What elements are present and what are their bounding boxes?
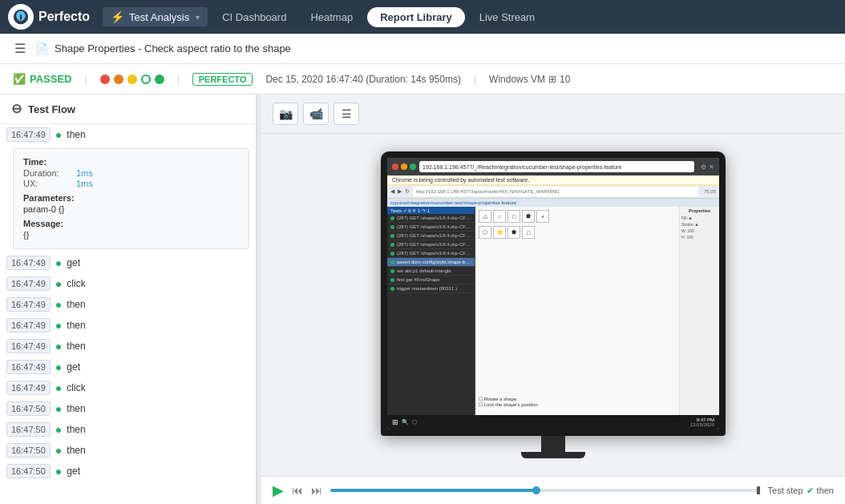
pass-dot bbox=[390, 252, 394, 256]
sidebar-log-row: (287) GET /shape/v3.8.4.drp-CFG-share-..… bbox=[387, 249, 475, 258]
list-item[interactable]: 16:47:49 ● then bbox=[0, 315, 256, 336]
camera-icon: 📷 bbox=[279, 107, 293, 120]
list-item[interactable]: 16:47:50 ● get bbox=[0, 461, 256, 482]
duration-val: 1ms bbox=[76, 168, 93, 178]
collapse-button[interactable]: ⊖ bbox=[11, 103, 22, 115]
report-library-button[interactable]: Report Library bbox=[367, 7, 465, 27]
step-label-0: then bbox=[67, 127, 85, 140]
step-label-1: get bbox=[67, 256, 80, 268]
dot-green bbox=[155, 75, 164, 84]
automation-banner: Chrome is being controlled by automated … bbox=[387, 175, 719, 185]
sidebar-log-row: (287) GET /shape/v3.8.4.drp-CFG-share-..… bbox=[387, 232, 475, 240]
ux-row: UX: 1ms bbox=[23, 179, 239, 188]
browser-settings-icon: ⚙ bbox=[701, 163, 706, 171]
bottom-step-text: Test step bbox=[768, 486, 803, 495]
shape-tool: ○ bbox=[493, 210, 506, 223]
maximize-window-dot bbox=[410, 163, 416, 170]
sidebar-log-row: set attr.p1 default-triangle bbox=[387, 267, 475, 276]
refresh-button: ↻ bbox=[405, 188, 410, 195]
test-analysis-tab[interactable]: ⚡ Test Analysis ▾ bbox=[103, 7, 208, 26]
top-navigation: Perfecto ⚡ Test Analysis ▾ CI Dashboard … bbox=[0, 0, 845, 34]
monitor-stand-neck bbox=[541, 436, 565, 452]
heatmap-link[interactable]: Heatmap bbox=[301, 8, 362, 26]
divider-3: | bbox=[474, 74, 476, 85]
dot-indicators bbox=[100, 75, 164, 84]
browser-toolbar: ◀ ▶ ↻ http://192.168.1.189:4577/layout/r… bbox=[387, 185, 719, 199]
ux-key: UX: bbox=[23, 179, 71, 188]
step-label-6: get bbox=[67, 360, 80, 373]
inner-address-bar: http://192.168.1.189:4577/layout/router/… bbox=[413, 187, 698, 196]
list-item[interactable]: 16:47:49 ● click bbox=[0, 377, 256, 398]
monitor-stand-base bbox=[521, 452, 585, 458]
step-check-icon-0: ● bbox=[55, 128, 62, 141]
step-label-2: click bbox=[67, 276, 85, 289]
browser-window-controls bbox=[392, 163, 416, 170]
skip-forward-button[interactable]: ⏭ bbox=[311, 484, 322, 497]
sidebar-log-row-active: assert dom-config/style.shape-base-c-0 d… bbox=[387, 258, 475, 267]
step-time-7: 16:47:49 bbox=[6, 381, 51, 395]
list-item[interactable]: 16:47:49 ● get bbox=[0, 357, 256, 377]
step-label-3: then bbox=[67, 297, 85, 310]
list-item[interactable]: 16:47:49 ● then bbox=[0, 336, 256, 357]
step-time-4: 16:47:49 bbox=[6, 318, 51, 333]
list-item[interactable]: 16:47:49 ● get bbox=[0, 252, 256, 273]
perfecto-badge: PERFECTO bbox=[192, 73, 253, 86]
divider-2: | bbox=[177, 74, 180, 85]
step-time-1: 16:47:49 bbox=[6, 256, 51, 270]
search-bar: 🔍 bbox=[402, 419, 409, 425]
breadcrumb-bar: ☰ 📄 Shape Properties - Check aspect rati… bbox=[0, 34, 845, 64]
param-value: param-0 {} bbox=[23, 204, 64, 214]
browser-close-icon: ✕ bbox=[709, 163, 714, 171]
shape-tool: □ bbox=[522, 226, 535, 239]
list-item[interactable]: 16:47:50 ● then bbox=[0, 419, 256, 440]
platform-info: Windows VM ⊞ 10 bbox=[489, 74, 570, 85]
step-check-icon-8: ● bbox=[55, 402, 62, 415]
shape-options: ☐ Rotate a shape ☐ Lock the shape's posi… bbox=[479, 396, 538, 407]
step-check-icon-3: ● bbox=[55, 298, 62, 311]
list-view-button[interactable]: ☰ bbox=[334, 103, 359, 125]
hamburger-icon[interactable]: ☰ bbox=[11, 38, 29, 59]
dot-red bbox=[100, 75, 110, 84]
params-section-label: Parameters: bbox=[23, 193, 239, 203]
step-time-9: 16:47:50 bbox=[6, 422, 51, 437]
zoom-level: 75.05 bbox=[704, 189, 716, 194]
progress-fill bbox=[330, 489, 536, 492]
skip-back-button[interactable]: ⏮ bbox=[292, 484, 303, 497]
ci-dashboard-link[interactable]: CI Dashboard bbox=[212, 8, 296, 26]
dot-orange bbox=[114, 75, 123, 84]
step-time-11: 16:47:50 bbox=[6, 464, 51, 478]
pass-dot-active bbox=[390, 260, 394, 264]
shape-tool: ⬟ bbox=[507, 226, 520, 239]
ux-val: 1ms bbox=[76, 179, 93, 188]
video-view-button[interactable]: 📹 bbox=[303, 103, 329, 125]
pass-dot bbox=[390, 243, 394, 247]
task-view-icon: ⬡ bbox=[412, 419, 417, 425]
back-button: ◀ bbox=[390, 188, 394, 195]
play-button[interactable]: ▶ bbox=[273, 482, 284, 499]
breadcrumb-text: Shape Properties - Check aspect ratio to… bbox=[55, 42, 291, 54]
list-item[interactable]: 16:47:49 ● click bbox=[0, 273, 256, 294]
list-item[interactable]: 16:47:50 ● then bbox=[0, 398, 256, 419]
step-time-2: 16:47:49 bbox=[6, 276, 51, 291]
tests-header: Tests ✓ 6 ✕ 1 ↷ 1 bbox=[387, 207, 475, 214]
progress-bar[interactable] bbox=[330, 489, 760, 492]
step-time-6: 16:47:49 bbox=[6, 360, 51, 374]
bottom-step-check-icon: ✔ bbox=[807, 486, 814, 496]
list-item[interactable]: 16:47:50 ● then bbox=[0, 440, 256, 461]
close-window-dot bbox=[392, 163, 398, 170]
logo-text: Perfecto bbox=[38, 10, 90, 24]
test-analysis-label: Test Analysis bbox=[129, 11, 189, 23]
pass-dot bbox=[390, 278, 394, 282]
browser-sidebar-log: Tests ✓ 6 ✕ 1 ↷ 1 (287) GET /shape/v3.8.… bbox=[387, 207, 475, 415]
sidebar-log-row: (287) GET /shape/v3.8.4.drp-CFG-share-..… bbox=[387, 214, 475, 223]
time-section-label: Time: bbox=[23, 157, 239, 167]
list-item[interactable]: 16:47:49 ● then bbox=[0, 294, 256, 315]
list-item[interactable]: 16:47:49 ● then bbox=[0, 124, 256, 145]
step-label-5: then bbox=[67, 339, 85, 352]
screenshot-view-button[interactable]: 📷 bbox=[273, 103, 298, 125]
shape-tool: □ bbox=[507, 210, 520, 223]
step-time-10: 16:47:50 bbox=[6, 443, 51, 458]
live-stream-link[interactable]: Live Stream bbox=[470, 8, 544, 26]
step-check-icon-11: ● bbox=[55, 465, 62, 478]
monitor-screen: 192.168.1.198:4577/_/ReachIntegration/cu… bbox=[387, 158, 719, 429]
